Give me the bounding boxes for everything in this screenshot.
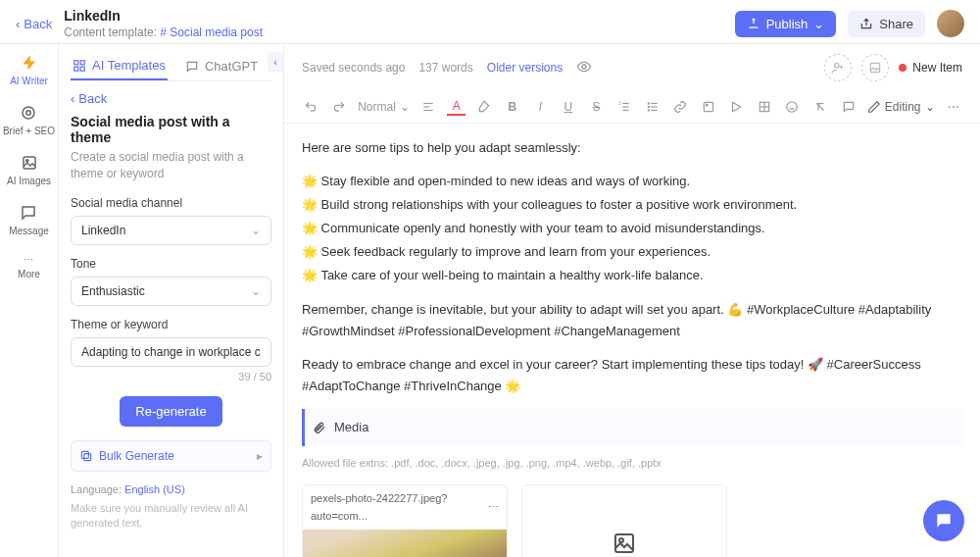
italic-button[interactable]: I — [531, 97, 550, 117]
tab-label: ChatGPT — [205, 59, 258, 74]
redo-button[interactable] — [330, 97, 349, 117]
svg-point-0 — [23, 107, 34, 119]
share-label: Share — [879, 17, 913, 31]
style-label: Normal — [358, 100, 396, 114]
rail-ai-images[interactable]: AI Images — [7, 154, 51, 186]
svg-point-34 — [619, 538, 623, 542]
media-label: Media — [334, 417, 368, 438]
image-icon — [612, 532, 636, 555]
undo-button[interactable] — [302, 97, 320, 117]
language-link[interactable]: English (US) — [124, 483, 185, 495]
rail-message[interactable]: Message — [9, 204, 49, 236]
sidebar-tabs: AI Templates ChatGPT — [71, 52, 271, 81]
mode-select[interactable]: Editing ⌄ — [867, 100, 935, 114]
disclaimer: Make sure you manually review all AI gen… — [71, 501, 271, 532]
rail-label: AI Images — [7, 176, 51, 186]
add-media-button[interactable]: Add image/video — [521, 484, 727, 557]
tab-chatgpt[interactable]: ChatGPT — [183, 52, 260, 80]
chat-fab[interactable] — [923, 500, 964, 541]
paragraph-style-select[interactable]: Normal ⌄ — [358, 100, 410, 114]
tab-ai-templates[interactable]: AI Templates — [71, 52, 168, 80]
more-button[interactable]: ⋯ — [945, 97, 963, 117]
sidebar-back[interactable]: ‹ Back — [71, 91, 271, 106]
rail-ai-writer[interactable]: AI Writer — [10, 54, 48, 86]
chevron-right-icon: ▸ — [257, 449, 263, 463]
tab-label: AI Templates — [92, 58, 166, 73]
tip-item: 🌟 Build strong relationships with your c… — [302, 194, 962, 216]
link-button[interactable] — [671, 97, 690, 117]
rail-brief-seo[interactable]: Brief + SEO — [3, 104, 55, 136]
page-title: LinkedIn — [64, 8, 722, 24]
tone-select[interactable]: Enthusiastic ⌄ — [71, 277, 271, 306]
publish-button[interactable]: Publish ⌄ — [735, 11, 837, 37]
svg-point-11 — [835, 63, 840, 68]
media-card[interactable]: pexels-photo-2422277.jpeg?auto=com... ⋯ — [302, 484, 508, 557]
text-color-button[interactable]: A — [447, 98, 466, 116]
cta-text: Ready to embrace change and excel in you… — [302, 354, 962, 397]
media-filename-bar: pexels-photo-2422277.jpeg?auto=com... ⋯ — [303, 485, 507, 530]
unordered-list-button[interactable] — [643, 97, 662, 117]
rail-label: Message — [9, 226, 49, 236]
align-button[interactable] — [419, 97, 438, 117]
highlight-button[interactable] — [475, 97, 494, 117]
new-item-status: New Item — [899, 61, 962, 75]
rail-more[interactable]: ⋯ More — [18, 254, 40, 279]
underline-button[interactable]: U — [560, 97, 578, 117]
back-link[interactable]: ‹ Back — [16, 17, 52, 31]
svg-point-24 — [648, 106, 649, 107]
add-user-button[interactable] — [824, 54, 852, 81]
video-button[interactable] — [727, 97, 746, 117]
message-icon — [20, 204, 37, 222]
svg-rect-12 — [871, 63, 880, 72]
image-button[interactable] — [861, 54, 889, 81]
template-label: Content template: — [64, 25, 157, 39]
channel-value: LinkedIn — [81, 224, 125, 237]
top-bar: ‹ Back LinkedIn Content template: # Soci… — [0, 0, 980, 44]
mode-label: Editing — [885, 100, 921, 114]
editor-content[interactable]: Here are some tips to help you adapt sea… — [284, 124, 980, 557]
bold-button[interactable]: B — [503, 97, 521, 117]
svg-point-32 — [787, 102, 798, 113]
share-button[interactable]: Share — [848, 11, 925, 37]
chat-bubble-icon — [934, 511, 954, 531]
svg-point-1 — [26, 111, 31, 116]
more-icon[interactable]: ⋯ — [488, 498, 499, 517]
emoji-button[interactable] — [783, 97, 802, 117]
collapse-sidebar[interactable]: ‹ — [268, 52, 283, 72]
media-section-header: Media — [302, 409, 962, 446]
eye-icon[interactable] — [576, 59, 592, 77]
theme-input[interactable] — [71, 337, 271, 367]
sidebar-desc: Create a social media post with a theme … — [71, 149, 271, 182]
channel-select[interactable]: LinkedIn ⌄ — [71, 216, 271, 245]
nav-rail: AI Writer Brief + SEO AI Images Message … — [0, 44, 59, 557]
chevron-down-icon: ⌄ — [925, 100, 935, 114]
svg-rect-26 — [704, 102, 712, 111]
regenerate-button[interactable]: Re-generate — [120, 396, 221, 427]
ordered-list-button[interactable]: 1 — [615, 97, 634, 117]
bulk-generate-button[interactable]: Bulk Generate ▸ — [71, 440, 271, 472]
table-button[interactable] — [756, 97, 774, 117]
older-versions-link[interactable]: Older versions — [487, 61, 563, 75]
template-link[interactable]: # Social media post — [160, 25, 263, 39]
tips-list: 🌟 Stay flexible and open-minded to new i… — [302, 171, 962, 286]
svg-text:1: 1 — [618, 101, 621, 106]
new-item-label: New Item — [912, 61, 962, 75]
image-insert-button[interactable] — [699, 97, 717, 117]
svg-rect-33 — [615, 534, 633, 552]
saved-status: Saved seconds ago — [302, 61, 405, 75]
title-block: LinkedIn Content template: # Social medi… — [64, 8, 722, 39]
strike-button[interactable]: S — [587, 97, 606, 117]
pencil-icon — [867, 100, 881, 114]
image-icon — [21, 154, 38, 172]
remember-text: Remember, change is inevitable, but your… — [302, 299, 962, 342]
comment-button[interactable] — [839, 97, 858, 117]
svg-rect-9 — [81, 451, 88, 458]
chat-icon — [185, 60, 199, 74]
svg-rect-7 — [80, 67, 84, 71]
share-icon — [859, 17, 873, 30]
tip-item: 🌟 Communicate openly and honestly with y… — [302, 218, 962, 239]
sidebar-back-label: Back — [78, 91, 107, 106]
clear-format-button[interactable] — [811, 97, 830, 117]
language-label: Language: — [71, 483, 122, 495]
avatar[interactable] — [937, 10, 964, 37]
